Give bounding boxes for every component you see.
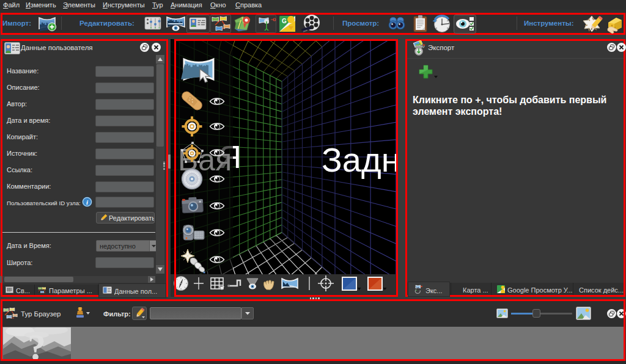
svg-text:G: G <box>282 18 287 24</box>
